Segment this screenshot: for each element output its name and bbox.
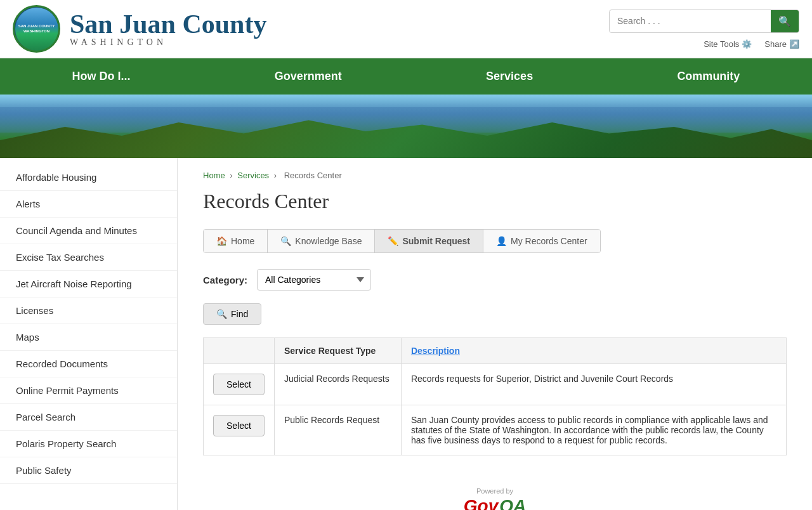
sidebar-item-excise-tax[interactable]: Excise Tax Searches	[0, 244, 177, 271]
row2-action: Select	[204, 405, 275, 455]
govqa-brand: Gov QA	[216, 496, 774, 510]
sidebar-item-alerts[interactable]: Alerts	[0, 191, 177, 218]
select-button-2[interactable]: Select	[213, 415, 265, 436]
col-header-type: Service Request Type	[274, 338, 401, 364]
breadcrumb-services[interactable]: Services	[237, 171, 269, 180]
sidebar-item-maps[interactable]: Maps	[0, 324, 177, 351]
qa-text: QA	[499, 496, 526, 510]
sidebar-item-parcel-search[interactable]: Parcel Search	[0, 404, 177, 431]
gov-text: Gov	[464, 496, 498, 510]
search-input[interactable]	[610, 11, 771, 31]
knowledge-icon: 🔍	[280, 236, 291, 246]
tab-submit-label: Submit Request	[402, 236, 470, 246]
header-title-area: San Juan County WASHINGTON	[70, 11, 266, 48]
main-content: Home › Services › Records Center Records…	[178, 158, 812, 510]
search-button[interactable]: 🔍	[771, 10, 799, 32]
sidebar-item-affordable-housing[interactable]: Affordable Housing	[0, 164, 177, 191]
nav-item-community[interactable]: Community	[652, 58, 765, 95]
sidebar: Affordable Housing Alerts Council Agenda…	[0, 158, 178, 510]
sidebar-item-polaris[interactable]: Polaris Property Search	[0, 431, 177, 457]
sidebar-item-recorded-docs[interactable]: Recorded Documents	[0, 351, 177, 377]
sidebar-item-jet-aircraft[interactable]: Jet Aircraft Noise Reporting	[0, 271, 177, 298]
home-icon: 🏠	[216, 236, 227, 246]
tab-knowledge-label: Knowledge Base	[295, 236, 362, 246]
powered-by-text: Powered by	[216, 487, 774, 495]
tab-home[interactable]: 🏠 Home	[204, 230, 268, 252]
breadcrumb-home[interactable]: Home	[203, 171, 225, 180]
tab-my-records-label: My Records Center	[511, 236, 587, 246]
search-box[interactable]: 🔍	[609, 10, 799, 33]
tab-home-label: Home	[231, 236, 254, 246]
header-top: SAN JUAN COUNTY WASHINGTON San Juan Coun…	[0, 0, 812, 58]
state-name: WASHINGTON	[70, 37, 266, 48]
records-tabs: 🏠 Home 🔍 Knowledge Base ✏️ Submit Reques…	[203, 229, 601, 253]
main-wrapper: Affordable Housing Alerts Council Agenda…	[0, 158, 812, 510]
records-table: Service Request Type Description Select …	[203, 337, 787, 455]
col-header-desc[interactable]: Description	[401, 338, 786, 364]
site-tools-link[interactable]: Site Tools ⚙️	[704, 39, 752, 49]
sidebar-item-council-agenda[interactable]: Council Agenda and Minutes	[0, 218, 177, 244]
share-icon: ↗️	[789, 39, 799, 49]
find-label: Find	[231, 309, 248, 319]
nav-item-how-do-i[interactable]: How Do I...	[47, 58, 156, 95]
site-tools-label: Site Tools	[704, 39, 739, 49]
hero-image	[0, 95, 812, 158]
row1-type: Judicial Records Requests	[274, 364, 401, 405]
nav-item-government[interactable]: Government	[249, 58, 367, 95]
category-row: Category: All Categories	[203, 269, 787, 291]
breadcrumb: Home › Services › Records Center	[203, 171, 787, 180]
submit-icon: ✏️	[388, 236, 398, 246]
row2-type: Public Records Request	[274, 405, 401, 455]
my-records-icon: 👤	[496, 236, 507, 246]
find-icon: 🔍	[216, 309, 227, 319]
breadcrumb-sep-1: ›	[230, 171, 235, 180]
county-name: San Juan County	[70, 11, 266, 37]
table-row: Select Judicial Records Requests Records…	[204, 364, 787, 405]
row2-desc: San Juan County provides access to publi…	[401, 405, 786, 455]
row1-desc: Records requests for Superior, District …	[401, 364, 786, 405]
seal-text: SAN JUAN COUNTY WASHINGTON	[15, 24, 58, 33]
tab-my-records[interactable]: 👤 My Records Center	[483, 230, 600, 252]
select-button-1[interactable]: Select	[213, 374, 265, 395]
govqa-footer: Powered by Gov QA	[203, 474, 787, 510]
row1-action: Select	[204, 364, 275, 405]
breadcrumb-sep-2: ›	[274, 171, 279, 180]
category-label: Category:	[203, 275, 247, 285]
tab-submit-request[interactable]: ✏️ Submit Request	[375, 230, 483, 252]
share-link[interactable]: Share ↗️	[764, 39, 799, 49]
breadcrumb-current: Records Center	[284, 171, 342, 180]
nav-item-services[interactable]: Services	[461, 58, 558, 95]
sidebar-item-public-safety[interactable]: Public Safety	[0, 457, 177, 484]
county-seal: SAN JUAN COUNTY WASHINGTON	[13, 5, 60, 53]
table-row: Select Public Records Request San Juan C…	[204, 405, 787, 455]
sidebar-item-online-permit[interactable]: Online Permit Payments	[0, 377, 177, 404]
col-header-action	[204, 338, 275, 364]
tab-knowledge-base[interactable]: 🔍 Knowledge Base	[268, 230, 375, 252]
find-button[interactable]: 🔍 Find	[203, 303, 261, 325]
header-right: 🔍 Site Tools ⚙️ Share ↗️	[609, 10, 799, 49]
main-nav: How Do I... Government Services Communit…	[0, 58, 812, 95]
logo-area: SAN JUAN COUNTY WASHINGTON San Juan Coun…	[13, 5, 266, 53]
header-tools: Site Tools ⚙️ Share ↗️	[704, 39, 799, 49]
sidebar-item-licenses[interactable]: Licenses	[0, 298, 177, 324]
gear-icon: ⚙️	[742, 39, 752, 49]
category-select[interactable]: All Categories	[257, 269, 371, 291]
page-title: Records Center	[203, 190, 787, 213]
share-label: Share	[764, 39, 787, 49]
